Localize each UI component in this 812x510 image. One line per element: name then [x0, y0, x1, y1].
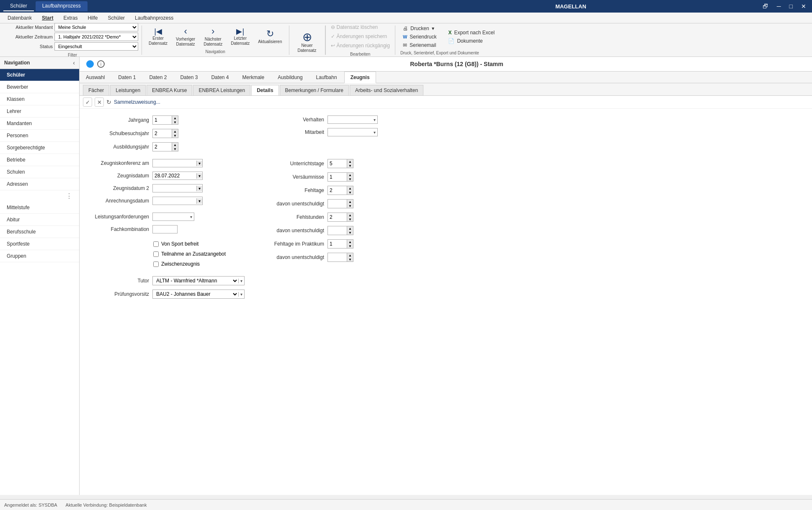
unterrichtstage-spinbox[interactable]: ▲ ▼: [327, 159, 353, 168]
sub-tab-leistungen[interactable]: Leistungen: [110, 85, 146, 95]
davon-unentschuldigt1-up-button[interactable]: ▲: [347, 200, 353, 204]
fehltage-praktikum-up-button[interactable]: ▲: [347, 240, 353, 244]
sub-tab-enbrea-kurse[interactable]: ENBREA Kurse: [147, 85, 192, 95]
versaeumnisse-spin-buttons[interactable]: ▲ ▼: [347, 173, 353, 181]
sidebar-item-klassen[interactable]: Klassen: [0, 93, 79, 105]
schulbesuchsjahr-input[interactable]: [153, 130, 172, 137]
davon-unentschuldigt3-spinbox[interactable]: ▲ ▼: [327, 253, 353, 262]
verhalten-select[interactable]: [328, 116, 372, 123]
unterrichtstage-up-button[interactable]: ▲: [347, 159, 353, 164]
new-record-button[interactable]: ⊕ NeuerDatensatz: [294, 30, 320, 55]
mitarbeit-select[interactable]: [328, 128, 372, 136]
menu-hilfe[interactable]: Hilfe: [83, 14, 102, 22]
tab-auswahl[interactable]: Auswahl: [80, 72, 111, 83]
zwischenzeugnis-checkbox[interactable]: [153, 261, 159, 267]
fehlstunden-up-button[interactable]: ▲: [347, 213, 353, 217]
unterrichtstage-down-button[interactable]: ▼: [347, 164, 353, 168]
fachkombination-input[interactable]: [152, 225, 178, 233]
zeugnisdatum2-input[interactable]: [153, 185, 196, 192]
jahrgang-up-button[interactable]: ▲: [172, 116, 178, 120]
sammelzuweisung-link[interactable]: Sammelzuweisung...: [114, 99, 160, 105]
fehlstunden-spin-buttons[interactable]: ▲ ▼: [347, 213, 353, 221]
davon-unentschuldigt2-up-button[interactable]: ▲: [347, 226, 353, 231]
sidebar-item-gruppen[interactable]: Gruppen: [0, 250, 79, 262]
fehltage-spin-buttons[interactable]: ▲ ▼: [347, 186, 353, 195]
menu-datenbank[interactable]: Datenbank: [3, 14, 36, 22]
sidebar-item-abitur[interactable]: Abitur: [0, 214, 79, 226]
tab-daten4[interactable]: Daten 4: [205, 72, 235, 83]
close-button[interactable]: ✕: [799, 3, 809, 10]
verhalten-field[interactable]: ▾: [327, 115, 378, 124]
fehltage-spinbox[interactable]: ▲ ▼: [327, 186, 353, 195]
tab-merkmale[interactable]: Merkmale: [236, 72, 271, 83]
tab-daten3[interactable]: Daten 3: [174, 72, 204, 83]
zeugniskonferenz-field[interactable]: ▾: [152, 159, 203, 167]
mandant-select[interactable]: Meine Schule: [54, 23, 138, 31]
zeugnisdatum-input[interactable]: [153, 172, 196, 179]
anrechnungsdatum-field[interactable]: ▾: [152, 197, 203, 205]
drucken-button[interactable]: 🖨 Drucken ▾: [400, 25, 439, 32]
sidebar-collapse-button[interactable]: ‹: [73, 59, 75, 66]
davon-unentschuldigt2-spinbox[interactable]: ▲ ▼: [327, 226, 353, 235]
sub-tab-arbeits-sozial[interactable]: Arbeits- und Sozialverhalten: [350, 85, 423, 95]
tab-laufbahnprozess[interactable]: Laufbahnprozess: [36, 1, 88, 11]
tab-daten2[interactable]: Daten 2: [143, 72, 173, 83]
sidebar-item-sportfeste[interactable]: Sportfeste: [0, 238, 79, 250]
ausbildungsjahr-down-button[interactable]: ▼: [172, 147, 178, 151]
ausbildungsjahr-up-button[interactable]: ▲: [172, 143, 178, 147]
schulbesuchsjahr-up-button[interactable]: ▲: [172, 129, 178, 133]
fehlstunden-spinbox[interactable]: ▲ ▼: [327, 213, 353, 222]
sidebar-item-berufsschule[interactable]: Berufsschule: [0, 226, 79, 238]
zeugnisdatum-field[interactable]: ▾: [152, 172, 203, 180]
davon-unentschuldigt2-spin-buttons[interactable]: ▲ ▼: [347, 226, 353, 235]
status-select[interactable]: Eingeschult: [54, 42, 138, 51]
zeugnisdatum2-dropdown-btn[interactable]: ▾: [196, 186, 202, 191]
versaeumnisse-input[interactable]: [328, 173, 347, 181]
sidebar-item-lehrer[interactable]: Lehrer: [0, 105, 79, 118]
dokumente-button[interactable]: 📄 Dokumente: [446, 37, 497, 45]
davon-unentschuldigt3-spin-buttons[interactable]: ▲ ▼: [347, 253, 353, 261]
prev-record-button[interactable]: ‹ VorherigerDatensatz: [173, 24, 198, 49]
davon-unentschuldigt1-spin-buttons[interactable]: ▲ ▼: [347, 200, 353, 208]
restore-button[interactable]: 🗗: [760, 3, 771, 10]
cancel-action-button[interactable]: ✕: [95, 97, 104, 107]
menu-schueler[interactable]: Schüler: [103, 14, 129, 22]
von-sport-checkbox[interactable]: [153, 241, 159, 247]
fehltage-down-button[interactable]: ▼: [347, 190, 353, 195]
seriendruck-button[interactable]: W Seriendruck: [400, 33, 439, 41]
tab-ausbildung[interactable]: Ausbildung: [271, 72, 309, 83]
unterrichtstage-input[interactable]: [328, 160, 347, 167]
davon-unentschuldigt3-down-button[interactable]: ▼: [347, 257, 353, 261]
versaeumnisse-spinbox[interactable]: ▲ ▼: [327, 172, 353, 182]
info-button[interactable]: i: [97, 60, 105, 68]
sidebar-item-personen[interactable]: Personen: [0, 130, 79, 142]
fehlstunden-input[interactable]: [328, 213, 347, 221]
sidebar-item-mittelstufe[interactable]: Mittelstufe: [0, 202, 79, 214]
ausbildungsjahr-input[interactable]: [153, 143, 172, 151]
sidebar-item-schulen[interactable]: Schulen: [0, 166, 79, 178]
davon-unentschuldigt1-spinbox[interactable]: ▲ ▼: [327, 199, 353, 208]
jahrgang-input[interactable]: [153, 116, 172, 124]
tab-schueler[interactable]: Schüler: [3, 1, 34, 11]
fehltage-praktikum-input[interactable]: [328, 240, 347, 248]
tutor-field[interactable]: ALTM - Warnfried *Altmann ▾: [152, 276, 245, 285]
pruefungsvorsitz-arrow[interactable]: ▾: [238, 292, 244, 297]
export-excel-button[interactable]: X Export nach Excel: [446, 29, 497, 36]
sidebar-item-betriebe[interactable]: Betriebe: [0, 154, 79, 166]
zeugnisdatum-dropdown-btn[interactable]: ▾: [196, 173, 202, 179]
zeugniskonferenz-dropdown-btn[interactable]: ▾: [196, 161, 202, 166]
teilnahme-checkbox[interactable]: [153, 251, 159, 257]
davon-unentschuldigt3-up-button[interactable]: ▲: [347, 253, 353, 257]
versaeumnisse-down-button[interactable]: ▼: [347, 177, 353, 181]
ausbildungsjahr-spinbox[interactable]: ▲ ▼: [152, 142, 178, 151]
sidebar-item-bewerber[interactable]: Bewerber: [0, 81, 79, 93]
fehltage-up-button[interactable]: ▲: [347, 186, 353, 190]
unterrichtstage-spin-buttons[interactable]: ▲ ▼: [347, 159, 353, 168]
serienemail-button[interactable]: ✉ Serienemail: [400, 41, 439, 49]
minimize-button[interactable]: ─: [774, 3, 784, 10]
sub-tab-bemerkungen[interactable]: Bemerkungen / Formulare: [280, 85, 349, 95]
sub-tab-faecher[interactable]: Fächer: [83, 85, 109, 95]
fehltage-input[interactable]: [328, 187, 347, 194]
leistungsanforderungen-field[interactable]: ▾: [152, 213, 194, 221]
zeitraum-select[interactable]: 1. Halbjahr 2021/2022 *Demo*: [54, 33, 138, 41]
